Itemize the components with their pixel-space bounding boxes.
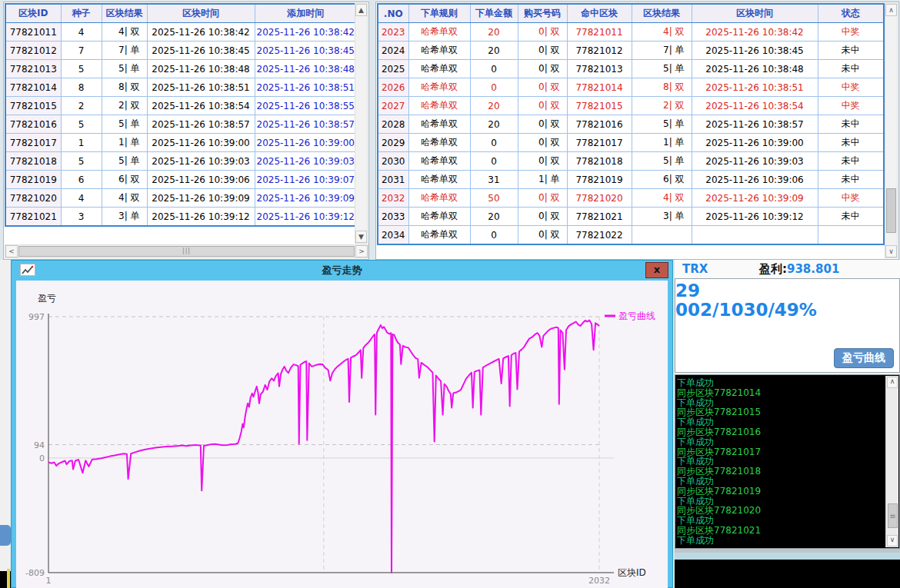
cell: 未中 <box>818 60 884 78</box>
scroll-down-button[interactable]: ∨ <box>887 535 898 546</box>
profit-curve-button[interactable]: 盈亏曲线 <box>834 348 894 368</box>
log-line: 下单成功 <box>677 378 884 388</box>
log-line: 下单成功 <box>677 516 884 526</box>
stat-line-2: 002/1030/49% <box>675 301 899 320</box>
cell: 1 <box>61 134 102 152</box>
cell: 77821011 <box>5 23 61 42</box>
cell: 5| 单 <box>102 152 147 171</box>
table-row[interactable]: 7782101488| 双2025-11-26 10:38:512025-11-… <box>5 78 357 97</box>
cell: 0| 双 <box>518 97 567 115</box>
cell: 5 <box>61 60 102 78</box>
close-button[interactable]: x <box>645 262 668 278</box>
table-row[interactable]: 7782102044| 双2025-11-26 10:39:092025-11-… <box>5 189 357 208</box>
scroll-up-button[interactable]: ▲ <box>355 4 367 16</box>
table-row[interactable]: 7782102133| 单2025-11-26 10:39:122025-11-… <box>5 208 357 227</box>
cell: 0| 双 <box>518 115 567 134</box>
table-row[interactable]: 2033哈希单双200| 双778210213| 单2025-11-26 10:… <box>378 208 884 226</box>
scroll-thumb[interactable] <box>886 188 896 233</box>
cell: 2034 <box>378 226 408 245</box>
scroll-down-button[interactable]: ▼ <box>355 231 367 243</box>
column-header[interactable]: 状态 <box>818 4 884 23</box>
terminal-scrollbar[interactable]: ∧ ∨ ≡ <box>885 376 898 547</box>
blocks-table-vscrollbar[interactable]: ▲ ▼ <box>355 3 368 244</box>
table-row[interactable]: 7782101966| 双2025-11-26 10:39:062025-11-… <box>5 171 357 189</box>
cell: 2| 双 <box>102 97 147 115</box>
column-header[interactable]: 下单规则 <box>408 4 470 23</box>
blocks-table-panel: 区块ID种子区块结果区块时间添加时间7782101144| 双2025-11-2… <box>3 2 369 260</box>
app-root: { "colors": { "titlebar_blue": "#58C4EE"… <box>0 0 900 588</box>
cell: 50 <box>470 189 518 208</box>
cell: 2025-11-26 10:39:09 <box>255 189 357 208</box>
cell: 2| 双 <box>632 97 692 115</box>
table-row[interactable]: 2024哈希单双200| 双778210127| 单2025-11-26 10:… <box>378 42 884 60</box>
table-row[interactable]: 2029哈希单双00| 双778210171| 单2025-11-26 10:3… <box>378 134 884 152</box>
scroll-thumb[interactable]: ≡ <box>888 503 898 528</box>
blocks-table-hscrollbar[interactable]: < > ||| <box>5 244 368 258</box>
blocks-table: 区块ID种子区块结果区块时间添加时间7782101144| 双2025-11-2… <box>5 3 358 227</box>
table-row[interactable]: 7782101144| 双2025-11-26 10:38:422025-11-… <box>5 23 357 42</box>
column-header[interactable]: 添加时间 <box>255 4 357 23</box>
table-row[interactable]: 2031哈希单双311| 单778210196| 双2025-11-26 10:… <box>378 171 884 189</box>
cell <box>692 226 818 245</box>
cell: 5 <box>61 115 102 134</box>
scroll-thumb[interactable]: ||| <box>18 246 355 257</box>
column-header[interactable]: 区块结果 <box>632 4 692 23</box>
cell: 77821015 <box>5 97 61 115</box>
cell: 0 <box>470 152 518 171</box>
column-header[interactable]: 区块时间 <box>692 4 818 23</box>
cell: 2029 <box>378 134 408 152</box>
table-row[interactable]: 7782101655| 单2025-11-26 10:38:572025-11-… <box>5 115 357 134</box>
log-line: 下单成功 <box>677 477 884 487</box>
column-header[interactable]: 区块ID <box>5 4 61 23</box>
table-row[interactable]: 2023哈希单双200| 双778210114| 双2025-11-26 10:… <box>378 23 884 42</box>
column-header[interactable]: 区块时间 <box>147 4 255 23</box>
table-row[interactable]: 2025哈希单双00| 双778210135| 单2025-11-26 10:3… <box>378 60 884 78</box>
log-terminal: 下单成功同步区块77821014下单成功同步区块77821015下单成功同步区块… <box>675 374 900 549</box>
table-row[interactable]: 2027哈希单双200| 双778210152| 双2025-11-26 10:… <box>378 97 884 115</box>
table-row[interactable]: 7782101711| 单2025-11-26 10:39:002025-11-… <box>5 134 357 152</box>
column-header[interactable]: 种子 <box>61 4 102 23</box>
scroll-right-button[interactable]: > <box>355 245 368 257</box>
cell: 2025-11-26 10:39:06 <box>147 171 255 189</box>
table-row[interactable]: 2034哈希单双00| 双77821022 <box>378 226 884 245</box>
cell: 0| 双 <box>518 189 567 208</box>
column-header[interactable]: 命中区块 <box>567 4 632 23</box>
log-lines: 下单成功同步区块77821014下单成功同步区块77821015下单成功同步区块… <box>677 378 884 546</box>
svg-text:94: 94 <box>34 440 45 450</box>
column-header[interactable]: 下单金额 <box>470 4 518 23</box>
svg-text:997: 997 <box>28 312 45 322</box>
table-row[interactable]: 7782101855| 单2025-11-26 10:39:032025-11-… <box>5 152 357 171</box>
table-row[interactable]: 7782101355| 单2025-11-26 10:38:482025-11-… <box>5 60 357 78</box>
log-line: 下单成功 <box>677 398 884 408</box>
orders-table-vscrollbar[interactable]: ∧ ∨ <box>885 3 898 258</box>
chart-area: 997940-80912032盈亏区块ID盈亏曲线 <box>16 281 668 588</box>
cell: 中奖 <box>818 78 884 97</box>
log-line: 下单成功 <box>677 497 884 507</box>
column-header[interactable]: 区块结果 <box>102 4 147 23</box>
table-row[interactable]: 2026哈希单双00| 双778210148| 双2025-11-26 10:3… <box>378 78 884 97</box>
cell: 2026 <box>378 78 408 97</box>
table-row[interactable]: 2032哈希单双500| 双778210204| 双2025-11-26 10:… <box>378 189 884 208</box>
cell: 0 <box>470 78 518 97</box>
cell: 2025-11-26 10:38:57 <box>692 115 818 134</box>
window-titlebar[interactable]: 盈亏走势 x <box>11 260 673 281</box>
scroll-up-button[interactable]: ∧ <box>885 4 897 16</box>
table-row[interactable]: 2028哈希单双200| 双778210165| 单2025-11-26 10:… <box>378 115 884 134</box>
cell: 7| 单 <box>102 42 147 60</box>
cell: 1| 单 <box>632 134 692 152</box>
scroll-up-button[interactable]: ∧ <box>887 377 898 388</box>
cell: 2025-11-26 10:38:51 <box>692 78 818 97</box>
table-row[interactable]: 7782101522| 双2025-11-26 10:38:542025-11-… <box>5 97 357 115</box>
log-line: 同步区块77821017 <box>677 447 884 457</box>
table-row[interactable]: 2030哈希单双00| 双778210185| 单2025-11-26 10:3… <box>378 152 884 171</box>
table-row[interactable]: 7782101277| 单2025-11-26 10:38:452025-11-… <box>5 42 357 60</box>
cell: 2025-11-26 10:38:48 <box>147 60 255 78</box>
header-row: .NO下单规则下单金额购买号码命中区块区块结果区块时间状态 <box>378 4 884 23</box>
column-header[interactable]: 购买号码 <box>518 4 567 23</box>
cell: 哈希单双 <box>408 23 470 42</box>
scroll-left-button[interactable]: < <box>5 245 18 257</box>
scroll-down-button[interactable]: ∨ <box>885 245 897 257</box>
cell: 哈希单双 <box>408 115 470 134</box>
column-header[interactable]: .NO <box>378 4 408 23</box>
partial-button-edge[interactable] <box>0 525 11 546</box>
